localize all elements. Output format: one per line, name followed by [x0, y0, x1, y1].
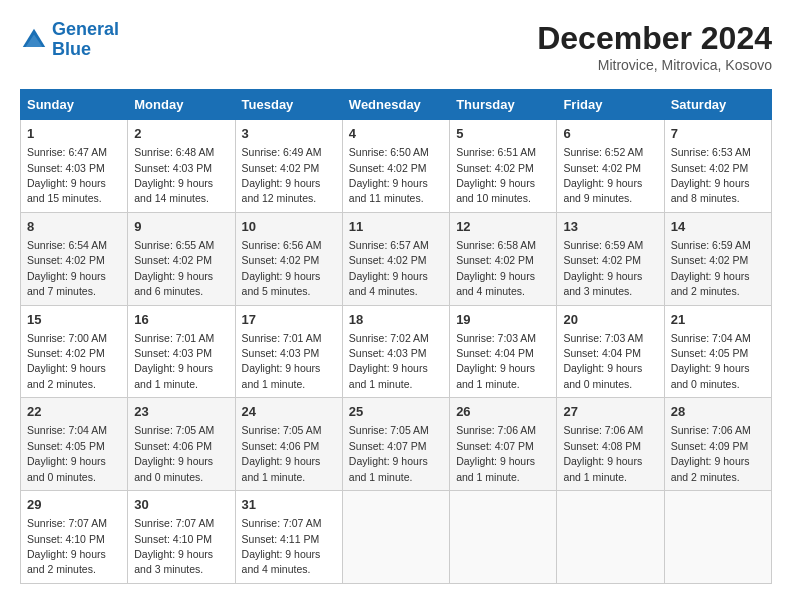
day-info: Sunrise: 6:59 AMSunset: 4:02 PMDaylight:… [563, 239, 643, 297]
calendar-cell: 5Sunrise: 6:51 AMSunset: 4:02 PMDaylight… [450, 120, 557, 213]
day-number: 3 [242, 125, 336, 143]
day-number: 28 [671, 403, 765, 421]
day-of-week-header: Sunday [21, 90, 128, 120]
calendar-cell: 12Sunrise: 6:58 AMSunset: 4:02 PMDayligh… [450, 212, 557, 305]
calendar-cell [450, 491, 557, 584]
day-number: 20 [563, 311, 657, 329]
day-number: 15 [27, 311, 121, 329]
day-number: 13 [563, 218, 657, 236]
day-info: Sunrise: 7:07 AMSunset: 4:10 PMDaylight:… [27, 517, 107, 575]
day-info: Sunrise: 6:58 AMSunset: 4:02 PMDaylight:… [456, 239, 536, 297]
calendar-cell: 19Sunrise: 7:03 AMSunset: 4:04 PMDayligh… [450, 305, 557, 398]
day-number: 7 [671, 125, 765, 143]
calendar-cell: 22Sunrise: 7:04 AMSunset: 4:05 PMDayligh… [21, 398, 128, 491]
calendar-week-row: 8Sunrise: 6:54 AMSunset: 4:02 PMDaylight… [21, 212, 772, 305]
day-info: Sunrise: 7:04 AMSunset: 4:05 PMDaylight:… [671, 332, 751, 390]
location-subtitle: Mitrovice, Mitrovica, Kosovo [537, 57, 772, 73]
day-number: 14 [671, 218, 765, 236]
day-info: Sunrise: 7:06 AMSunset: 4:08 PMDaylight:… [563, 424, 643, 482]
day-info: Sunrise: 7:06 AMSunset: 4:09 PMDaylight:… [671, 424, 751, 482]
day-of-week-header: Friday [557, 90, 664, 120]
calendar-cell: 9Sunrise: 6:55 AMSunset: 4:02 PMDaylight… [128, 212, 235, 305]
calendar-cell: 3Sunrise: 6:49 AMSunset: 4:02 PMDaylight… [235, 120, 342, 213]
calendar-cell: 24Sunrise: 7:05 AMSunset: 4:06 PMDayligh… [235, 398, 342, 491]
day-number: 4 [349, 125, 443, 143]
day-info: Sunrise: 6:51 AMSunset: 4:02 PMDaylight:… [456, 146, 536, 204]
day-number: 23 [134, 403, 228, 421]
calendar-week-row: 1Sunrise: 6:47 AMSunset: 4:03 PMDaylight… [21, 120, 772, 213]
day-number: 5 [456, 125, 550, 143]
day-number: 16 [134, 311, 228, 329]
calendar-week-row: 15Sunrise: 7:00 AMSunset: 4:02 PMDayligh… [21, 305, 772, 398]
logo: General Blue [20, 20, 119, 60]
day-number: 27 [563, 403, 657, 421]
calendar-cell: 10Sunrise: 6:56 AMSunset: 4:02 PMDayligh… [235, 212, 342, 305]
logo-text: General Blue [52, 20, 119, 60]
day-of-week-header: Thursday [450, 90, 557, 120]
calendar-cell: 20Sunrise: 7:03 AMSunset: 4:04 PMDayligh… [557, 305, 664, 398]
calendar-cell: 14Sunrise: 6:59 AMSunset: 4:02 PMDayligh… [664, 212, 771, 305]
calendar-cell: 21Sunrise: 7:04 AMSunset: 4:05 PMDayligh… [664, 305, 771, 398]
day-info: Sunrise: 7:01 AMSunset: 4:03 PMDaylight:… [242, 332, 322, 390]
calendar-header-row: SundayMondayTuesdayWednesdayThursdayFrid… [21, 90, 772, 120]
day-info: Sunrise: 7:03 AMSunset: 4:04 PMDaylight:… [456, 332, 536, 390]
day-info: Sunrise: 6:49 AMSunset: 4:02 PMDaylight:… [242, 146, 322, 204]
title-block: December 2024 Mitrovice, Mitrovica, Koso… [537, 20, 772, 73]
day-number: 11 [349, 218, 443, 236]
day-info: Sunrise: 7:07 AMSunset: 4:10 PMDaylight:… [134, 517, 214, 575]
day-number: 30 [134, 496, 228, 514]
day-number: 29 [27, 496, 121, 514]
day-number: 12 [456, 218, 550, 236]
day-info: Sunrise: 6:52 AMSunset: 4:02 PMDaylight:… [563, 146, 643, 204]
day-info: Sunrise: 7:06 AMSunset: 4:07 PMDaylight:… [456, 424, 536, 482]
calendar-cell [342, 491, 449, 584]
day-number: 19 [456, 311, 550, 329]
day-number: 10 [242, 218, 336, 236]
day-number: 17 [242, 311, 336, 329]
calendar-body: 1Sunrise: 6:47 AMSunset: 4:03 PMDaylight… [21, 120, 772, 584]
day-number: 6 [563, 125, 657, 143]
page-header: General Blue December 2024 Mitrovice, Mi… [20, 20, 772, 73]
day-of-week-header: Wednesday [342, 90, 449, 120]
month-title: December 2024 [537, 20, 772, 57]
calendar-cell: 27Sunrise: 7:06 AMSunset: 4:08 PMDayligh… [557, 398, 664, 491]
calendar-cell: 1Sunrise: 6:47 AMSunset: 4:03 PMDaylight… [21, 120, 128, 213]
day-info: Sunrise: 7:03 AMSunset: 4:04 PMDaylight:… [563, 332, 643, 390]
calendar-cell: 31Sunrise: 7:07 AMSunset: 4:11 PMDayligh… [235, 491, 342, 584]
day-number: 25 [349, 403, 443, 421]
calendar-week-row: 29Sunrise: 7:07 AMSunset: 4:10 PMDayligh… [21, 491, 772, 584]
day-of-week-header: Saturday [664, 90, 771, 120]
day-info: Sunrise: 6:54 AMSunset: 4:02 PMDaylight:… [27, 239, 107, 297]
day-of-week-header: Tuesday [235, 90, 342, 120]
day-number: 24 [242, 403, 336, 421]
calendar-cell: 11Sunrise: 6:57 AMSunset: 4:02 PMDayligh… [342, 212, 449, 305]
calendar-cell [557, 491, 664, 584]
day-number: 31 [242, 496, 336, 514]
calendar-cell: 6Sunrise: 6:52 AMSunset: 4:02 PMDaylight… [557, 120, 664, 213]
calendar-cell: 4Sunrise: 6:50 AMSunset: 4:02 PMDaylight… [342, 120, 449, 213]
calendar-cell: 28Sunrise: 7:06 AMSunset: 4:09 PMDayligh… [664, 398, 771, 491]
calendar-cell: 30Sunrise: 7:07 AMSunset: 4:10 PMDayligh… [128, 491, 235, 584]
day-info: Sunrise: 7:00 AMSunset: 4:02 PMDaylight:… [27, 332, 107, 390]
calendar-cell: 13Sunrise: 6:59 AMSunset: 4:02 PMDayligh… [557, 212, 664, 305]
day-number: 21 [671, 311, 765, 329]
calendar-cell: 2Sunrise: 6:48 AMSunset: 4:03 PMDaylight… [128, 120, 235, 213]
day-info: Sunrise: 6:59 AMSunset: 4:02 PMDaylight:… [671, 239, 751, 297]
day-info: Sunrise: 6:48 AMSunset: 4:03 PMDaylight:… [134, 146, 214, 204]
calendar-cell: 23Sunrise: 7:05 AMSunset: 4:06 PMDayligh… [128, 398, 235, 491]
calendar-cell: 25Sunrise: 7:05 AMSunset: 4:07 PMDayligh… [342, 398, 449, 491]
day-info: Sunrise: 6:55 AMSunset: 4:02 PMDaylight:… [134, 239, 214, 297]
calendar-cell: 17Sunrise: 7:01 AMSunset: 4:03 PMDayligh… [235, 305, 342, 398]
day-info: Sunrise: 7:05 AMSunset: 4:07 PMDaylight:… [349, 424, 429, 482]
calendar-cell: 29Sunrise: 7:07 AMSunset: 4:10 PMDayligh… [21, 491, 128, 584]
calendar-table: SundayMondayTuesdayWednesdayThursdayFrid… [20, 89, 772, 584]
calendar-cell: 18Sunrise: 7:02 AMSunset: 4:03 PMDayligh… [342, 305, 449, 398]
day-number: 9 [134, 218, 228, 236]
calendar-cell: 16Sunrise: 7:01 AMSunset: 4:03 PMDayligh… [128, 305, 235, 398]
day-number: 22 [27, 403, 121, 421]
day-info: Sunrise: 6:50 AMSunset: 4:02 PMDaylight:… [349, 146, 429, 204]
day-info: Sunrise: 6:47 AMSunset: 4:03 PMDaylight:… [27, 146, 107, 204]
day-info: Sunrise: 7:04 AMSunset: 4:05 PMDaylight:… [27, 424, 107, 482]
day-number: 8 [27, 218, 121, 236]
day-info: Sunrise: 7:01 AMSunset: 4:03 PMDaylight:… [134, 332, 214, 390]
